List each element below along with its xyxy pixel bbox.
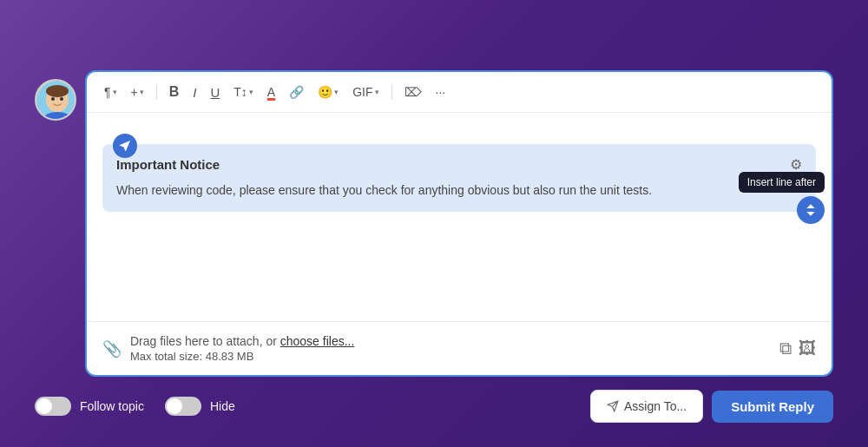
attach-drag-text: Drag files here to attach, or choose fil… <box>130 334 354 348</box>
heading-dropdown-arrow: ▾ <box>249 88 253 96</box>
image-icon[interactable]: 🖼 <box>799 339 816 358</box>
main-container: ¶ ▾ + ▾ B I U T↕ ▾ A <box>35 70 833 377</box>
svg-point-2 <box>46 85 69 97</box>
paragraph-dropdown-arrow: ▾ <box>113 88 117 96</box>
choose-files-link[interactable]: choose files... <box>280 334 355 348</box>
toolbar-sep-1 <box>156 84 157 100</box>
emoji-dropdown-arrow: ▾ <box>334 88 339 96</box>
emoji-button[interactable]: 🙂 ▾ <box>312 82 344 102</box>
quote-header: Important Notice ⚙ <box>116 156 802 173</box>
footer-left: Follow topic Hide <box>35 397 235 416</box>
copy-icon[interactable]: ⧉ <box>779 339 792 358</box>
attach-info: Drag files here to attach, or choose fil… <box>130 334 354 363</box>
assign-icon <box>607 400 619 412</box>
editor-panel: ¶ ▾ + ▾ B I U T↕ ▾ A <box>85 70 833 377</box>
add-button[interactable]: + ▾ <box>126 82 149 102</box>
underline-button[interactable]: U <box>205 82 225 103</box>
svg-point-4 <box>60 97 63 101</box>
avatar <box>35 79 76 121</box>
paperclip-icon: 📎 <box>102 339 122 358</box>
hide-label: Hide <box>210 399 235 413</box>
quote-text: When reviewing code, please ensure that … <box>116 181 802 200</box>
clear-button[interactable]: ⌦ <box>399 82 427 102</box>
quote-block: Important Notice ⚙ When reviewing code, … <box>102 144 816 212</box>
attach-size: Max total size: 48.83 MB <box>130 350 354 363</box>
toolbar-sep-2 <box>391 84 392 100</box>
insert-after-container: Insert line after <box>739 172 825 224</box>
quote-icon <box>113 134 137 158</box>
add-dropdown-arrow: ▾ <box>140 88 144 96</box>
assign-to-button[interactable]: Assign To... <box>590 390 703 423</box>
follow-toggle-group: Follow topic <box>35 397 144 416</box>
insert-line-after-button[interactable] <box>797 196 825 224</box>
font-color-button[interactable]: A <box>262 82 280 102</box>
hide-toggle[interactable] <box>165 397 201 416</box>
heading-button[interactable]: T↕ ▾ <box>228 82 259 102</box>
follow-label: Follow topic <box>80 399 144 413</box>
more-button[interactable]: ··· <box>431 82 451 102</box>
settings-icon[interactable]: ⚙ <box>790 156 802 173</box>
toolbar: ¶ ▾ + ▾ B I U T↕ ▾ A <box>87 72 832 113</box>
gif-dropdown-arrow: ▾ <box>375 88 379 96</box>
quote-title: Important Notice <box>116 157 220 172</box>
attach-right: ⧉ 🖼 <box>779 339 816 358</box>
hide-toggle-group: Hide <box>165 397 235 416</box>
attach-left: 📎 Drag files here to attach, or choose f… <box>102 334 354 363</box>
submit-reply-button[interactable]: Submit Reply <box>712 391 833 423</box>
footer-right: Assign To... Submit Reply <box>590 390 833 423</box>
editor-content[interactable]: Important Notice ⚙ When reviewing code, … <box>87 113 832 321</box>
svg-point-3 <box>51 97 55 101</box>
bold-button[interactable]: B <box>164 81 185 103</box>
paragraph-button[interactable]: ¶ ▾ <box>99 82 122 102</box>
gif-button[interactable]: GIF ▾ <box>347 82 384 102</box>
link-button[interactable]: 🔗 <box>284 82 309 102</box>
italic-button[interactable]: I <box>187 82 201 103</box>
footer: Follow topic Hide Assign To... Submit Re… <box>35 390 833 423</box>
insert-line-after-tooltip: Insert line after <box>739 172 825 193</box>
follow-toggle[interactable] <box>35 397 71 416</box>
attachment-area: 📎 Drag files here to attach, or choose f… <box>87 321 832 375</box>
